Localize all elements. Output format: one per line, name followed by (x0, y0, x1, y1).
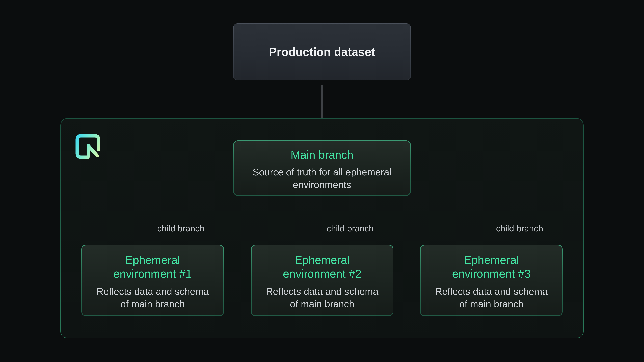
ephemeral-environment-1-description: Reflects data and schema of main branch (96, 285, 209, 310)
neon-logo-n-stroke (88, 146, 97, 156)
diagram-canvas: { "colors": { "page_background": "#0b0d0… (0, 0, 644, 362)
ephemeral-environment-2-title: Ephemeral environment #2 (283, 253, 362, 281)
child-branch-label-3: child branch (496, 224, 543, 233)
neon-logo-strokes (77, 136, 98, 157)
ephemeral-environment-3-description: Reflects data and schema of main branch (435, 285, 548, 310)
main-branch-node: Main branch Source of truth for all ephe… (233, 140, 411, 196)
production-dataset-node: Production dataset (233, 23, 411, 80)
main-branch-title: Main branch (291, 148, 353, 162)
ephemeral-environment-node-3: Ephemeral environment #3 Reflects data a… (420, 245, 563, 316)
main-branch-description: Source of truth for all ephemeral enviro… (252, 166, 392, 191)
ephemeral-environment-1-title: Ephemeral environment #1 (113, 253, 192, 281)
ephemeral-environment-2-description: Reflects data and schema of main branch (266, 285, 378, 310)
child-branch-label-1: child branch (157, 224, 204, 233)
production-dataset-label: Production dataset (269, 45, 375, 59)
ephemeral-environment-node-2: Ephemeral environment #2 Reflects data a… (251, 245, 394, 316)
ephemeral-environment-node-1: Ephemeral environment #1 Reflects data a… (81, 245, 224, 316)
neon-logo-icon (76, 134, 100, 159)
child-branch-label-2: child branch (327, 224, 374, 233)
ephemeral-environment-3-title: Ephemeral environment #3 (452, 253, 531, 281)
